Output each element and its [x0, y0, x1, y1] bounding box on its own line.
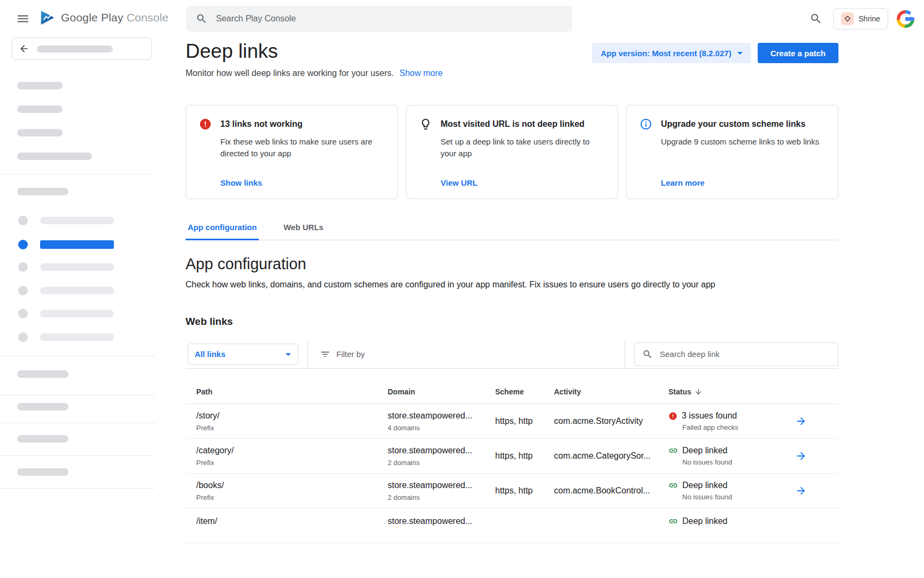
show-more-link[interactable]: Show more: [399, 69, 443, 78]
app-switcher-chip[interactable]: Shrine: [833, 8, 888, 29]
filter-icon: [320, 349, 330, 360]
table-header-row: Path Domain Scheme Activity Status: [186, 369, 838, 404]
play-console-app: Google Play Console Shrine: [0, 0, 924, 578]
deep-link-search-input[interactable]: [659, 349, 830, 359]
page-title: Deep links: [186, 40, 443, 63]
column-header-status[interactable]: Status: [668, 387, 794, 396]
row-path: /books/: [196, 480, 388, 491]
sidebar-divider: [0, 423, 155, 423]
row-domain-count: 2 domains: [388, 493, 495, 502]
toolbar-divider: [625, 340, 625, 369]
sidebar-skeleton-bar: [17, 105, 63, 113]
web-links-title: Web links: [186, 315, 838, 328]
card-most-visited-url: Most visited URL is not deep linked Set …: [406, 105, 618, 199]
header-search-icon[interactable]: [807, 10, 825, 27]
row-path: /item/: [196, 516, 388, 527]
menu-icon[interactable]: [16, 12, 30, 26]
back-navigation[interactable]: [12, 37, 152, 60]
row-scheme: https, http: [495, 485, 554, 496]
deep-link-search[interactable]: [634, 343, 838, 366]
play-console-logo: Google Play Console: [40, 10, 168, 26]
column-header-scheme: Scheme: [495, 387, 554, 396]
error-icon: [199, 118, 212, 131]
row-domain: store.steampowered...: [388, 445, 495, 456]
create-patch-button[interactable]: Create a patch: [758, 43, 838, 63]
sidebar: [0, 37, 155, 578]
filter-by-button[interactable]: Filter by: [320, 349, 365, 360]
tab-bar: App configuration Web URLs: [186, 223, 838, 240]
row-path: /category/: [196, 445, 388, 456]
sidebar-skeleton-bar: [17, 370, 68, 378]
card-title: Upgrade your custom scheme links: [661, 118, 805, 131]
deep-link-icon: [668, 516, 678, 526]
back-label-skeleton: [37, 45, 113, 52]
row-scheme: https, http: [495, 451, 554, 461]
sidebar-divider: [0, 174, 155, 174]
card-body: Set up a deep link to take users directl…: [441, 136, 601, 159]
table-row[interactable]: /story/ Prefix store.steampowered... 4 d…: [186, 404, 838, 439]
logo-text: Google Play Console: [61, 11, 168, 24]
row-domain: store.steampowered...: [388, 516, 495, 527]
row-activity: com.acme.CategorySor...: [554, 451, 668, 461]
web-links-table: Path Domain Scheme Activity Status /stor…: [186, 369, 838, 543]
card-title: Most visited URL is not deep linked: [441, 118, 584, 131]
row-activity: com.acme.StoryActivity: [554, 416, 668, 427]
play-logo-icon: [40, 10, 56, 26]
search-icon: [642, 349, 653, 360]
lightbulb-icon: [419, 118, 432, 131]
back-arrow-icon: [19, 43, 29, 54]
view-url-link[interactable]: View URL: [441, 178, 478, 187]
shrine-app-icon: [841, 12, 854, 25]
learn-more-link[interactable]: Learn more: [661, 178, 705, 187]
column-header-domain: Domain: [388, 387, 495, 396]
global-search-input[interactable]: [215, 13, 563, 24]
column-header-activity: Activity: [554, 387, 668, 396]
row-status-detail: No issues found: [682, 492, 794, 501]
sidebar-skeleton-bar: [17, 403, 68, 410]
sidebar-skeleton-bar: [17, 153, 92, 160]
dropdown-arrow-icon: [734, 47, 746, 59]
tab-web-urls[interactable]: Web URLs: [281, 223, 326, 240]
row-domain: store.steampowered...: [388, 410, 495, 421]
card-title: 13 links not working: [220, 118, 303, 131]
dropdown-arrow-icon: [282, 348, 295, 361]
row-activity: com.acme.BookControl...: [554, 485, 668, 496]
google-account-avatar[interactable]: [897, 10, 914, 28]
card-body: Upgrade 9 custom scheme links to web lin…: [661, 136, 821, 148]
row-status: Deep linked: [682, 445, 728, 456]
sidebar-divider: [0, 455, 155, 456]
sidebar-skeleton-bar: [17, 468, 68, 476]
row-domain-count: 4 domains: [388, 423, 495, 432]
row-status: Deep linked: [682, 516, 728, 527]
row-status: 3 issues found: [682, 410, 737, 421]
row-status: Deep linked: [682, 480, 728, 491]
toolbar-divider: [307, 340, 308, 369]
row-forward-arrow-icon[interactable]: [794, 484, 808, 498]
app-chip-label: Shrine: [859, 14, 880, 23]
app-version-dropdown[interactable]: App version: Most recent (8.2.027): [592, 43, 750, 63]
table-row[interactable]: /item/ store.steampowered... Deep linked: [186, 508, 838, 543]
tab-app-configuration[interactable]: App configuration: [186, 223, 259, 240]
global-search[interactable]: [186, 6, 572, 32]
card-links-not-working: 13 links not working Fix these web links…: [186, 105, 398, 199]
section-description: Check how web links, domains, and custom…: [186, 279, 838, 291]
column-header-path: Path: [196, 387, 388, 396]
sidebar-skeleton-bar: [17, 129, 63, 136]
table-row[interactable]: /category/ Prefix store.steampowered... …: [186, 439, 838, 474]
card-upgrade-scheme-links: Upgrade your custom scheme links Upgrade…: [626, 105, 838, 199]
table-row[interactable]: /books/ Prefix store.steampowered... 2 d…: [186, 474, 838, 508]
row-path: /story/: [196, 410, 388, 421]
search-icon: [196, 13, 207, 25]
links-filter-select[interactable]: All links: [188, 344, 298, 365]
top-bar-actions: Shrine: [807, 0, 914, 37]
card-body: Fix these web links to make sure users a…: [220, 136, 381, 159]
row-forward-arrow-icon[interactable]: [794, 414, 808, 428]
sidebar-skeleton-bar: [17, 435, 68, 443]
sidebar-skeleton-bar: [17, 82, 63, 89]
deep-link-icon: [668, 446, 678, 455]
insight-cards: 13 links not working Fix these web links…: [186, 105, 838, 199]
sidebar-divider: [0, 395, 155, 396]
row-path-type: Prefix: [196, 423, 388, 432]
row-forward-arrow-icon[interactable]: [794, 449, 808, 463]
show-links-link[interactable]: Show links: [220, 178, 262, 187]
